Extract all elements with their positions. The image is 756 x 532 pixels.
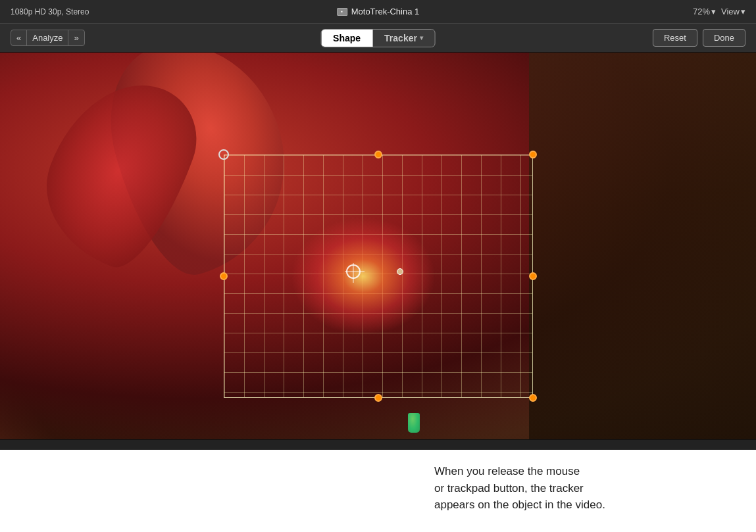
zoom-button[interactable]: 72% ▾ xyxy=(693,7,716,16)
crosshair[interactable] xyxy=(346,264,361,279)
shape-tracker-group: Shape Tracker ▾ xyxy=(320,29,436,47)
toolbar: « Analyze » Shape Tracker ▾ Reset Done xyxy=(0,24,756,53)
handle-top-center[interactable] xyxy=(374,151,382,158)
callout-text: When you release the mouseor trackpad bu… xyxy=(0,450,756,527)
zoom-chevron-icon: ▾ xyxy=(711,7,716,16)
right-action-group: Reset Done xyxy=(653,29,745,47)
analyze-forward-button[interactable]: » xyxy=(68,30,84,45)
reset-button[interactable]: Reset xyxy=(653,29,697,47)
handle-top-right[interactable] xyxy=(529,151,537,158)
tracker-chevron-icon: ▾ xyxy=(420,34,423,41)
top-bar: 1080p HD 30p, Stereo ▪ MotoTrek-China 1 … xyxy=(0,0,756,24)
film-icon: ▪ xyxy=(337,8,347,16)
analyze-back-button[interactable]: « xyxy=(11,30,27,45)
analyze-group: « Analyze » xyxy=(11,30,85,46)
project-title: MotoTrek-China 1 xyxy=(351,7,420,16)
analyze-button[interactable]: Analyze xyxy=(27,30,68,45)
handle-middle-right[interactable] xyxy=(529,272,537,280)
tracker-label: Tracker xyxy=(384,33,417,43)
shape-button[interactable]: Shape xyxy=(321,30,372,47)
wood-overlay xyxy=(529,53,756,439)
callout-text-content: When you release the mouseor trackpad bu… xyxy=(434,465,605,511)
crosshair-dot-handle[interactable] xyxy=(397,268,403,275)
tracker-glow xyxy=(291,217,436,335)
zoom-label: 72% xyxy=(693,7,710,16)
done-button[interactable]: Done xyxy=(703,29,745,47)
handle-middle-left[interactable] xyxy=(220,272,228,280)
green-item xyxy=(408,413,420,433)
callout-container: When you release the mouseor trackpad bu… xyxy=(0,450,756,532)
handle-bottom-center[interactable] xyxy=(374,394,382,402)
title-area: ▪ MotoTrek-China 1 xyxy=(337,7,420,16)
view-chevron-icon: ▾ xyxy=(741,7,745,16)
resolution-label: 1080p HD 30p, Stereo xyxy=(11,7,89,16)
view-button[interactable]: View ▾ xyxy=(721,7,745,16)
view-label: View xyxy=(721,7,740,16)
video-area xyxy=(0,53,756,439)
handle-bottom-right[interactable] xyxy=(529,394,537,402)
tracker-button[interactable]: Tracker ▾ xyxy=(372,30,435,47)
top-bar-right: 72% ▾ View ▾ xyxy=(693,7,745,16)
rotation-handle[interactable] xyxy=(218,149,229,160)
tracker-box[interactable] xyxy=(224,155,533,398)
crosshair-ring xyxy=(346,264,361,279)
